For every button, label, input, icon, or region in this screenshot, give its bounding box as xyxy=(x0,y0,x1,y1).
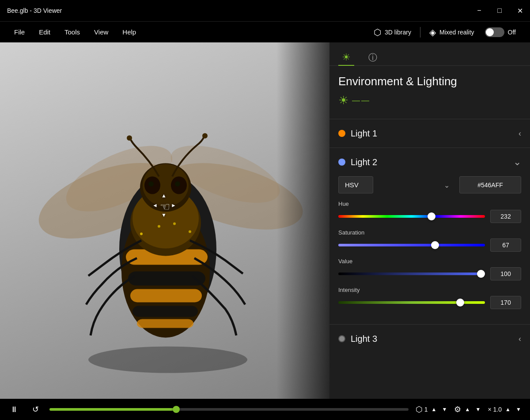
value-slider-row: Value xyxy=(338,258,521,280)
play-pause-icon: ⏸ xyxy=(10,405,18,414)
color-hex-input[interactable] xyxy=(459,176,521,193)
saturation-label: Saturation xyxy=(338,229,521,236)
menu-file[interactable]: File xyxy=(7,22,32,43)
titlebar: Bee.glb - 3D Viewer − □ ✕ xyxy=(0,0,530,21)
menubar-right: ⬡ 3D library ◈ Mixed reality Off xyxy=(367,22,523,43)
menu-edit[interactable]: Edit xyxy=(32,22,57,43)
toggle-slider xyxy=(485,27,504,37)
models-up-button[interactable]: ▲ xyxy=(429,402,438,416)
mixed-reality-toggle[interactable] xyxy=(485,27,504,37)
settings-icon: ⚙ xyxy=(454,405,461,414)
close-button[interactable]: ✕ xyxy=(510,0,530,21)
saturation-slider-row: Saturation xyxy=(338,229,521,252)
light-1-header[interactable]: Light 1 ‹ xyxy=(338,119,521,148)
scale-label: × 1.0 xyxy=(488,406,502,413)
panel-title-area: Environment & Lighting ☀ —— xyxy=(329,66,530,119)
window-controls: − □ ✕ xyxy=(469,0,530,21)
saturation-slider-container xyxy=(338,238,521,252)
decorative-sun-icon: ☀ xyxy=(338,94,348,107)
intensity-value-input[interactable] xyxy=(490,296,521,309)
replay-button[interactable]: ↺ xyxy=(28,402,42,416)
models-down-button[interactable]: ▼ xyxy=(440,402,449,416)
main-content: ▲ ▼ ◄ ► ☜ ☀ ⓘ Environment & Lighting xyxy=(0,42,530,399)
bee-shadow xyxy=(88,347,247,373)
minimize-button[interactable]: − xyxy=(469,0,489,21)
pollen-2 xyxy=(158,225,160,228)
replay-icon: ↺ xyxy=(32,405,39,414)
light-2-header[interactable]: Light 2 ⌄ xyxy=(338,148,521,176)
panel-title: Environment & Lighting xyxy=(338,75,521,88)
light-2-header-left: Light 2 xyxy=(338,157,377,167)
decorative-dash: —— xyxy=(352,96,371,105)
hue-label: Hue xyxy=(338,201,521,207)
light-1-chevron: ‹ xyxy=(519,129,521,138)
light-2-label: Light 2 xyxy=(351,157,377,167)
scale-up-button[interactable]: ▲ xyxy=(504,402,512,416)
light-2-dot xyxy=(338,159,345,166)
intensity-slider-container xyxy=(338,296,521,309)
window-title: Bee.glb - 3D Viewer xyxy=(7,7,62,14)
light-3-chevron: ‹ xyxy=(519,334,521,344)
models-icon: ⬡ xyxy=(416,405,423,414)
settings-up-button[interactable]: ▲ xyxy=(463,402,472,416)
settings-down-button[interactable]: ▼ xyxy=(473,402,482,416)
value-value-input[interactable] xyxy=(490,267,521,280)
playback-progress-slider[interactable] xyxy=(49,408,409,411)
saturation-value-input[interactable] xyxy=(490,238,521,252)
bee-stripe-3 xyxy=(130,289,202,303)
value-slider[interactable] xyxy=(338,272,485,275)
settings-control-group: ⚙ ▲ ▼ xyxy=(454,402,482,416)
tab-info[interactable]: ⓘ xyxy=(365,49,381,65)
panel-tabs: ☀ ⓘ xyxy=(329,42,530,66)
toolbar-divider xyxy=(420,27,420,38)
tab-lighting[interactable]: ☀ xyxy=(338,49,354,65)
light-3-label: Light 3 xyxy=(351,334,377,344)
light-2-body: HSV RGB HEX Hue xyxy=(338,176,521,324)
light-3-section: Light 3 ‹ xyxy=(329,324,530,353)
bee-stripe-5 xyxy=(137,319,193,328)
light-1-section: Light 1 ‹ xyxy=(329,119,530,148)
mixed-reality-button[interactable]: ◈ Mixed reality xyxy=(422,22,481,43)
hue-slider[interactable] xyxy=(338,215,485,218)
bee-left-eye-highlight xyxy=(148,182,154,187)
menu-tools[interactable]: Tools xyxy=(57,22,87,43)
3d-viewport[interactable]: ▲ ▼ ◄ ► ☜ xyxy=(0,42,329,399)
pollen-4 xyxy=(189,231,191,233)
light-3-header-left: Light 3 xyxy=(338,334,377,344)
light-1-dot xyxy=(338,130,345,137)
bottom-right-controls: ⬡ 1 ▲ ▼ ⚙ ▲ ▼ × 1.0 ▲ ▼ xyxy=(416,402,523,416)
light-1-header-left: Light 1 xyxy=(338,129,377,139)
light-3-dot xyxy=(338,335,345,342)
info-icon: ⓘ xyxy=(368,52,377,64)
light-3-header[interactable]: Light 3 ‹ xyxy=(338,325,521,353)
play-pause-button[interactable]: ⏸ xyxy=(7,402,21,416)
maximize-button[interactable]: □ xyxy=(489,0,510,21)
models-control-group: ⬡ 1 ▲ ▼ xyxy=(416,402,449,416)
scale-control-group: × 1.0 ▲ ▼ xyxy=(488,402,523,416)
menu-help[interactable]: Help xyxy=(115,22,143,43)
hue-slider-row: Hue xyxy=(338,201,521,223)
mixed-reality-icon: ◈ xyxy=(429,27,436,38)
right-antenna-tip xyxy=(202,133,208,139)
library-button[interactable]: ⬡ 3D library xyxy=(367,22,418,43)
menubar: File Edit Tools View Help ⬡ 3D library ◈… xyxy=(0,21,530,42)
menu-view[interactable]: View xyxy=(87,22,115,43)
toggle-off-label: Off xyxy=(508,29,516,36)
sun-icon: ☀ xyxy=(342,52,351,63)
light-1-label: Light 1 xyxy=(351,129,377,139)
value-label: Value xyxy=(338,258,521,265)
left-antenna-tip xyxy=(127,136,132,141)
saturation-slider[interactable] xyxy=(338,244,485,246)
value-slider-container xyxy=(338,267,521,280)
color-mode-select[interactable]: HSV RGB HEX xyxy=(338,176,373,193)
light-2-chevron: ⌄ xyxy=(513,156,521,168)
hue-value-input[interactable] xyxy=(490,210,521,223)
models-count: 1 xyxy=(424,406,428,413)
side-panel: ☀ ⓘ Environment & Lighting ☀ —— Light 1 … xyxy=(329,42,530,399)
viewport-edge-gradient xyxy=(276,42,329,399)
bottombar: ⏸ ↺ ⬡ 1 ▲ ▼ ⚙ ▲ ▼ × 1.0 ▲ ▼ xyxy=(0,399,530,420)
intensity-slider[interactable] xyxy=(338,301,485,304)
library-icon: ⬡ xyxy=(374,27,381,38)
scale-down-button[interactable]: ▼ xyxy=(514,402,523,416)
bee-right-eye-highlight xyxy=(175,182,180,187)
